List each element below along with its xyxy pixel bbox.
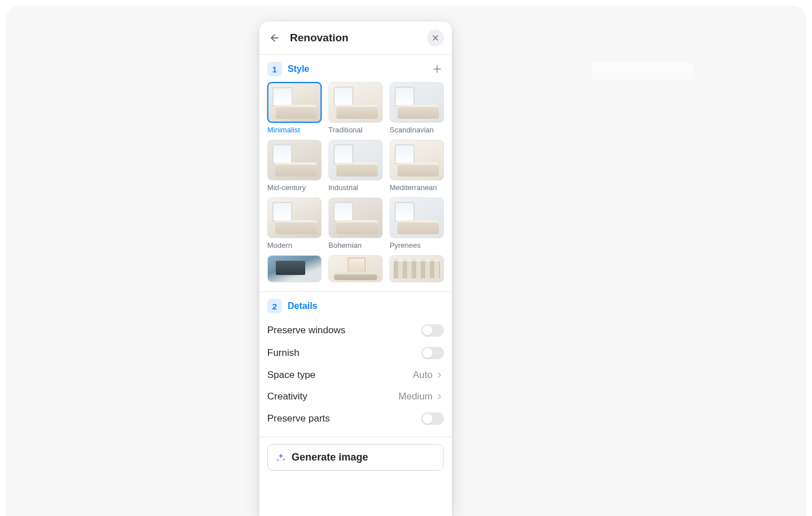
style-option-minimalist[interactable]: Minimalist: [267, 82, 322, 134]
style-option[interactable]: [267, 255, 322, 282]
style-label: Mediterranean: [390, 183, 444, 192]
detail-label: Furnish: [267, 347, 300, 359]
detail-label: Creativity: [267, 391, 307, 402]
preserve-windows-toggle[interactable]: [421, 324, 444, 337]
step-badge-2: 2: [267, 299, 282, 313]
generate-image-label: Generate image: [292, 452, 368, 463]
furnish-toggle[interactable]: [421, 347, 444, 359]
panel-title: Renovation: [290, 32, 419, 44]
back-button[interactable]: [267, 31, 282, 45]
style-label: Minimalist: [267, 126, 322, 134]
sparkle-icon: [276, 453, 286, 463]
close-icon: [431, 33, 440, 42]
style-option-bohemian[interactable]: Bohemian: [328, 197, 383, 250]
renovation-panel: Renovation 1 Style Minimalist: [259, 22, 452, 516]
close-button[interactable]: [427, 29, 444, 46]
detail-row-space-type[interactable]: Space type Auto: [267, 364, 444, 386]
style-thumbnail: [267, 255, 322, 282]
style-thumbnail: [328, 82, 383, 123]
style-thumbnail: [390, 255, 444, 282]
preserve-parts-toggle[interactable]: [421, 412, 444, 425]
style-option-mediterranean[interactable]: Mediterranean: [390, 140, 444, 192]
detail-value-text: Auto: [413, 369, 433, 381]
style-thumbnail: [267, 140, 322, 180]
style-label: Pyrenees: [390, 241, 444, 250]
style-thumbnail: [328, 140, 383, 180]
generate-section: Generate image: [259, 437, 452, 481]
arrow-left-icon: [269, 32, 280, 44]
style-label: Bohemian: [328, 241, 383, 250]
style-option-traditional[interactable]: Traditional: [328, 82, 383, 134]
generate-image-button[interactable]: Generate image: [267, 444, 444, 471]
style-section-title: Style: [288, 64, 425, 74]
style-thumbnail: [267, 197, 322, 238]
panel-header: Renovation: [259, 22, 452, 55]
detail-label: Preserve parts: [267, 413, 330, 424]
details-section-title: Details: [288, 301, 444, 311]
style-section: 1 Style Minimalist Traditional Scandinav: [259, 55, 452, 289]
style-thumbnail: [267, 82, 322, 123]
style-option-scandinavian[interactable]: Scandinavian: [390, 82, 444, 134]
detail-value-text: Medium: [399, 391, 433, 402]
chevron-right-icon: [435, 392, 444, 401]
style-grid: Minimalist Traditional Scandinavian Mid-…: [267, 82, 444, 282]
detail-row-furnish: Furnish: [267, 342, 444, 364]
detail-row-creativity[interactable]: Creativity Medium: [267, 386, 444, 407]
style-option-industrial[interactable]: Industrial: [328, 140, 383, 192]
detail-row-preserve-windows: Preserve windows: [267, 319, 444, 342]
style-label: Industrial: [328, 183, 383, 192]
style-option-modern[interactable]: Modern: [267, 197, 322, 250]
chevron-right-icon: [435, 371, 444, 380]
style-thumbnail: [390, 82, 444, 123]
style-label: Modern: [267, 241, 322, 250]
style-label: Traditional: [328, 126, 383, 134]
details-section: 2 Details Preserve windows Furnish Space…: [259, 292, 452, 437]
style-thumbnail: [390, 140, 444, 180]
plus-icon: [431, 63, 443, 75]
detail-label: Space type: [267, 369, 315, 381]
style-option-mid-century[interactable]: Mid-century: [267, 140, 322, 192]
style-option[interactable]: [390, 255, 444, 282]
style-thumbnail: [328, 197, 383, 238]
style-thumbnail: [328, 255, 383, 282]
style-label: Scandinavian: [390, 126, 444, 134]
style-option-pyrenees[interactable]: Pyrenees: [390, 197, 444, 250]
detail-row-preserve-parts: Preserve parts: [267, 407, 444, 430]
style-thumbnail: [390, 197, 444, 238]
style-option[interactable]: [328, 255, 383, 282]
creativity-value: Medium: [399, 391, 444, 402]
step-badge-1: 1: [267, 62, 282, 76]
space-type-value: Auto: [413, 369, 444, 381]
add-style-button[interactable]: [430, 62, 444, 76]
detail-label: Preserve windows: [267, 325, 345, 336]
style-label: Mid-century: [267, 183, 322, 192]
